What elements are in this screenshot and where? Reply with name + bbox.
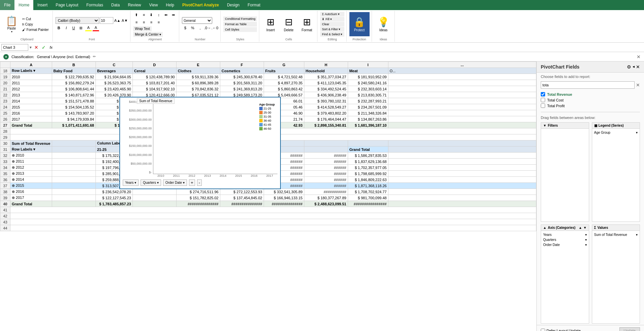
cell-j38[interactable] (388, 189, 536, 195)
cell-a26[interactable]: 2017 (10, 116, 52, 122)
cell-i37[interactable]: $ 1,871,368,118.26 (348, 183, 388, 189)
tab-review[interactable]: Review (124, 0, 145, 10)
pivot-field-total-cost[interactable]: Total Cost (541, 97, 640, 103)
cell-b20[interactable]: $ 156,892,279.24 (52, 80, 96, 86)
insert-function-button[interactable]: fx (48, 44, 54, 51)
cell-a34[interactable]: ⊕ 2012 (10, 165, 52, 171)
cell-i30[interactable] (348, 140, 388, 147)
cell-a27[interactable]: Grand Total (10, 122, 52, 128)
cell-e40[interactable]: ############### (176, 201, 220, 207)
cell-a23[interactable]: 2014 (10, 98, 52, 104)
chart-container[interactable]: Sum of Total Revenue $400,000,000.00 $35… (119, 97, 281, 189)
cell-j30[interactable] (388, 140, 536, 147)
pivot-field-total-profit[interactable]: Total Profit (541, 103, 640, 109)
cell-e21[interactable]: $ 70,842,836.32 (176, 86, 220, 92)
cell-d20[interactable]: $ 103,817,201.40 (132, 80, 176, 86)
cell-i38[interactable]: $ 1,708,702,924.77 (348, 189, 388, 195)
cell-g20[interactable]: $ 4,897,270.35 (264, 80, 304, 86)
decimal-decrease-button[interactable]: .←0 (212, 25, 218, 31)
format-button[interactable]: ⊞ Format (298, 12, 315, 36)
cell-f20[interactable]: $ 201,569,311.20 (220, 80, 264, 86)
cell-a33[interactable]: ⊕ 2011 (10, 159, 52, 165)
insert-button[interactable]: ⊞ Insert (262, 12, 279, 36)
col-header-j[interactable]: ... (388, 62, 536, 68)
cell-i23[interactable]: $ 232,287,993.21 (348, 98, 388, 104)
tab-file[interactable]: File (0, 0, 14, 10)
cell-h32[interactable]: ###### (304, 153, 348, 159)
cell-g40[interactable]: ############### (264, 201, 304, 207)
cell-j24[interactable] (388, 104, 536, 110)
cell-c38[interactable]: $ 236,542,078.20 (96, 189, 132, 195)
cell-i33[interactable]: $ 1,837,629,136.68 (348, 159, 388, 165)
cell-h40[interactable]: $ 2,488,623,099.51 (304, 201, 348, 207)
axis-scroll-up[interactable]: ▲ (579, 226, 582, 230)
conditional-formatting-button[interactable]: Conditional Formatting (223, 16, 257, 21)
tab-data[interactable]: Data (107, 0, 124, 10)
cell-e19[interactable]: $ 59,911,339.36 (176, 74, 220, 80)
cell-h33[interactable]: ###### (304, 159, 348, 165)
sort-filter-button[interactable]: Sort & Filter ▾ (320, 27, 344, 32)
col-header-e[interactable]: E (176, 62, 220, 68)
confirm-formula-button[interactable]: ✓ (40, 44, 47, 51)
cell-a32[interactable]: ⊕ 2010 (10, 153, 52, 159)
cell-b34[interactable] (52, 165, 96, 171)
align-top-button[interactable]: ⬆ (133, 11, 140, 18)
formula-input[interactable] (56, 44, 643, 51)
fill-color-button[interactable]: A (85, 25, 92, 31)
align-center-button[interactable]: ≡ (141, 19, 147, 26)
cell-j23[interactable] (388, 98, 536, 104)
legend-age-group-dropdown[interactable]: ▾ (636, 131, 638, 134)
cell-a24[interactable]: 2015 (10, 104, 52, 110)
align-right-button[interactable]: ≡ (148, 19, 155, 26)
cell-h25[interactable]: $ 379,483,802.20 (304, 110, 348, 116)
cell-e20[interactable]: $ 60,896,389.28 (176, 80, 220, 86)
pivot-search-input[interactable] (541, 81, 635, 89)
cell-f38[interactable]: $ 272,122,553.93 (220, 189, 264, 195)
axis-scroll-down[interactable]: ▼ (583, 226, 587, 230)
justify-button[interactable]: ≡ (155, 19, 162, 26)
tab-design[interactable]: Design (223, 0, 243, 10)
cell-e39[interactable]: $ 151,782,825.02 (176, 195, 220, 201)
cell-j40[interactable] (388, 201, 536, 207)
cell-h36[interactable]: ###### (304, 177, 348, 183)
cell-b26[interactable]: $ 94,179,939.84 (52, 116, 96, 122)
cell-f39[interactable]: $ 137,454,845.02 (220, 195, 264, 201)
cell-f19[interactable]: $ 245,300,678.40 (220, 74, 264, 80)
ideas-button[interactable]: 💡 Ideas (375, 12, 392, 36)
protect-button[interactable]: 🔒 Protect (349, 12, 370, 36)
years-filter-button[interactable]: Years ▾ (123, 179, 139, 186)
cell-h27[interactable]: $ 2,898,155,340.81 (304, 122, 348, 128)
cell-a39[interactable]: ⊕ 2017 (10, 195, 52, 201)
format-as-table-button[interactable]: Format as Table (223, 22, 257, 27)
cell-a30[interactable]: Sum of Total Revenue (10, 140, 52, 147)
comma-button[interactable]: , (197, 25, 203, 31)
tab-format[interactable]: Format (243, 0, 264, 10)
cell-j20[interactable] (388, 80, 536, 86)
cell-a25[interactable]: 2016 (10, 110, 52, 116)
cell-f18[interactable]: Cosmetics (220, 68, 264, 74)
cell-a38[interactable]: ⊕ 2016 (10, 189, 52, 195)
cell-j18[interactable]: O... (388, 68, 536, 74)
align-left-button[interactable]: ≡ (133, 19, 140, 26)
cell-h37[interactable]: ###### (304, 183, 348, 189)
cell-h26[interactable]: $ 176,464,044.47 (304, 116, 348, 122)
cell-g19[interactable]: $ 4,721,502.48 (264, 74, 304, 80)
cell-j36[interactable] (388, 177, 536, 183)
cell-b37[interactable] (52, 183, 96, 189)
fill-button[interactable]: ⬇ Fill ▾ (320, 17, 344, 22)
cell-h39[interactable]: $ 180,377,267.89 (304, 195, 348, 201)
cell-i20[interactable]: $ 240,580,241.16 (348, 80, 388, 86)
cell-e18[interactable]: Clothes (176, 68, 220, 74)
quarters-filter-button[interactable]: Quarters ▾ (141, 179, 161, 186)
col-header-b[interactable]: B (52, 62, 96, 68)
format-painter-button[interactable]: 🖌 Format Painter (21, 27, 50, 32)
pivot-field-total-profit-checkbox[interactable] (541, 104, 545, 108)
cell-i22[interactable]: $ 213,830,305.71 (348, 92, 388, 98)
cell-i31[interactable]: Grand Total (348, 147, 388, 153)
cell-b30[interactable] (52, 140, 96, 147)
classification-edit-icon[interactable]: ✏ (93, 54, 96, 59)
cell-d19[interactable]: $ 120,438,789.90 (132, 74, 176, 80)
cell-a31[interactable]: Row Labels ▾ (10, 147, 52, 153)
cell-h18[interactable]: Household (304, 68, 348, 74)
cell-e38[interactable]: $ 274,716,511.96 (176, 189, 220, 195)
